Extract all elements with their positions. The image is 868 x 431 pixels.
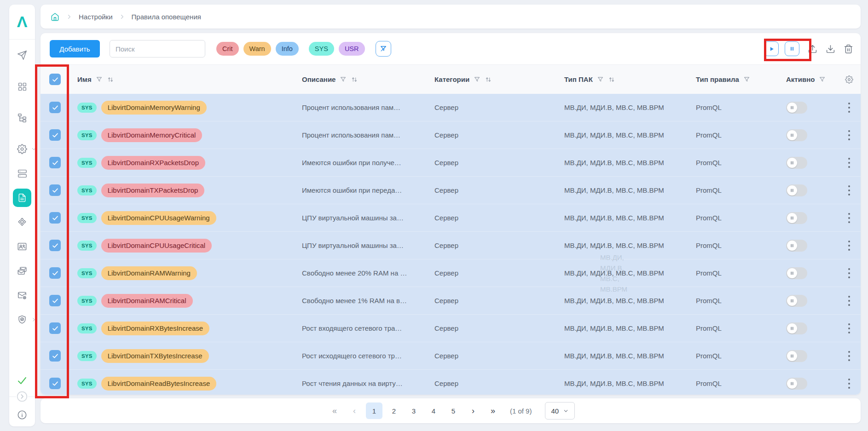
add-button[interactable]: Добавить — [50, 40, 100, 57]
row-checkbox[interactable] — [49, 240, 61, 251]
pause-rules-button[interactable] — [785, 41, 799, 56]
filter-icon[interactable] — [340, 76, 347, 83]
sidebar-item-dashboard[interactable] — [13, 77, 31, 96]
table-row[interactable]: SYS LibvirtDomainRXBytesIncrease Рост вх… — [41, 315, 861, 342]
active-toggle[interactable] — [786, 322, 807, 334]
active-toggle[interactable] — [786, 295, 807, 307]
scope-chip-usr[interactable]: USR — [339, 42, 365, 56]
app-logo[interactable]: Λ — [9, 5, 35, 40]
page-button-3[interactable]: 3 — [405, 402, 422, 419]
sidebar-item-send[interactable] — [13, 46, 31, 64]
scope-chip-sys[interactable]: SYS — [309, 42, 334, 56]
search-input[interactable] — [110, 40, 205, 57]
row-menu-button[interactable] — [845, 127, 854, 143]
filter-icon[interactable] — [819, 76, 826, 83]
row-checkbox[interactable] — [49, 350, 61, 362]
next-page-button[interactable]: › — [465, 402, 481, 419]
sort-icon[interactable] — [485, 76, 492, 83]
severity-chip-info[interactable]: Info — [276, 42, 299, 56]
row-checkbox[interactable] — [49, 184, 61, 196]
active-toggle[interactable] — [786, 350, 807, 362]
row-checkbox[interactable] — [49, 212, 61, 224]
row-menu-button[interactable] — [845, 265, 854, 281]
row-menu-button[interactable] — [845, 293, 854, 309]
filter-icon[interactable] — [96, 76, 103, 83]
clear-filters-button[interactable] — [376, 41, 391, 57]
sidebar-item-security[interactable] — [13, 310, 31, 329]
sort-icon[interactable] — [351, 76, 358, 83]
select-all-checkbox[interactable] — [49, 74, 61, 85]
table-row[interactable]: SYS LibvirtDomainRAMWarning Свободно мен… — [41, 259, 861, 287]
page-button-1[interactable]: 1 — [366, 402, 382, 419]
active-toggle[interactable] — [786, 240, 807, 252]
row-checkbox[interactable] — [49, 267, 61, 279]
enable-rules-button[interactable] — [764, 41, 779, 56]
row-menu-button[interactable] — [845, 348, 854, 364]
filter-off-icon — [379, 45, 388, 53]
table-row[interactable]: SYS LibvirtDomainTXPacketsDrop Имеются о… — [41, 177, 861, 204]
table-row[interactable]: SYS LibvirtDomainCPUUsageWarning ЦПУ вир… — [41, 204, 861, 232]
severity-chip-crit[interactable]: Crit — [216, 42, 239, 56]
sidebar-item-users[interactable] — [13, 237, 31, 256]
first-page-button[interactable]: « — [326, 402, 343, 419]
row-menu-button[interactable] — [845, 182, 854, 198]
sidebar-item-alert-rules[interactable] — [13, 189, 31, 207]
sort-icon[interactable] — [107, 76, 114, 83]
row-checkbox[interactable] — [49, 102, 61, 113]
import-button[interactable] — [826, 44, 835, 54]
page-button-2[interactable]: 2 — [386, 402, 402, 419]
info-icon[interactable] — [17, 410, 27, 420]
active-toggle[interactable] — [786, 157, 807, 169]
sort-icon[interactable] — [608, 76, 615, 83]
filter-icon[interactable] — [743, 76, 750, 83]
active-toggle[interactable] — [786, 212, 807, 224]
table-row[interactable]: SYS LibvirtDomainMemoryCritical Процент … — [41, 121, 861, 149]
row-checkbox[interactable] — [49, 295, 61, 306]
sidebar-item-mail-settings[interactable] — [13, 286, 31, 305]
row-menu-button[interactable] — [845, 320, 854, 336]
sidebar-item-settings[interactable] — [13, 140, 31, 158]
row-checkbox[interactable] — [49, 157, 61, 168]
sidebar-item-modules[interactable] — [13, 213, 31, 231]
table-row[interactable]: SYS LibvirtDomainReadBytesIncrease Рост … — [41, 370, 861, 395]
row-checkbox[interactable] — [49, 378, 61, 389]
table-row[interactable]: SYS LibvirtDomainRXPacketsDrop Имеются о… — [41, 149, 861, 177]
row-menu-button[interactable] — [845, 375, 854, 391]
table-settings-icon[interactable] — [845, 75, 853, 84]
filter-icon[interactable] — [597, 76, 604, 83]
page-button-4[interactable]: 4 — [425, 402, 442, 419]
row-menu-button[interactable] — [845, 155, 854, 171]
active-toggle[interactable] — [786, 102, 807, 114]
settings-icon — [17, 144, 27, 154]
table-row[interactable]: SYS LibvirtDomainCPUUsageCritical ЦПУ ви… — [41, 232, 861, 259]
sidebar-item-hierarchy[interactable] — [13, 109, 31, 127]
page-button-5[interactable]: 5 — [445, 402, 462, 419]
sidebar-collapse-button[interactable] — [16, 391, 28, 402]
rule-name-pill: LibvirtDomainMemoryWarning — [101, 101, 207, 115]
sidebar-item-servers[interactable] — [13, 164, 31, 183]
filter-icon[interactable] — [474, 76, 480, 83]
row-checkbox-cell — [41, 184, 68, 196]
prev-page-button[interactable]: ‹ — [346, 402, 363, 419]
active-toggle[interactable] — [786, 129, 807, 141]
sidebar-item-notifications[interactable] — [13, 262, 31, 280]
last-page-button[interactable]: » — [485, 402, 501, 419]
table-row[interactable]: SYS LibvirtDomainTXBytesIncrease Рост ис… — [41, 342, 861, 370]
export-button[interactable] — [808, 44, 817, 54]
home-icon[interactable] — [51, 12, 59, 21]
row-menu-button[interactable] — [845, 237, 854, 253]
row-checkbox[interactable] — [49, 129, 61, 141]
active-toggle[interactable] — [786, 267, 807, 279]
row-menu-button[interactable] — [845, 99, 854, 115]
page-size-select[interactable]: 40 — [545, 402, 575, 420]
rule-pak-types: МВ.ДИ, МДИ.В, МВ.С, МВ.ВРМ — [555, 241, 687, 249]
row-menu-button[interactable] — [845, 210, 854, 226]
active-toggle[interactable] — [786, 184, 807, 196]
active-toggle[interactable] — [786, 378, 807, 390]
table-row[interactable]: SYS LibvirtDomainMemoryWarning Процент и… — [41, 94, 861, 121]
row-checkbox[interactable] — [49, 322, 61, 334]
table-row[interactable]: SYS LibvirtDomainRAMCritical Свободно ме… — [41, 287, 861, 315]
breadcrumb-settings[interactable]: Настройки — [79, 13, 113, 21]
delete-button[interactable] — [844, 44, 853, 54]
severity-chip-warn[interactable]: Warn — [243, 42, 271, 56]
